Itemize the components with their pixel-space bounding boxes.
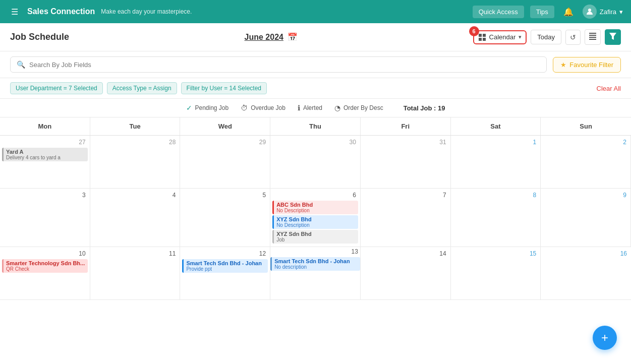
- date-label: 2: [543, 138, 628, 147]
- cal-cell-9[interactable]: 9: [541, 189, 631, 247]
- date-label: 10: [2, 249, 88, 258]
- alerted-legend[interactable]: ℹ Alerted: [298, 104, 322, 112]
- event-abc-sdn-bhd[interactable]: ABC Sdn Bhd No Description: [272, 201, 358, 214]
- overdue-label: Overdue Job: [251, 104, 285, 111]
- pending-job-legend[interactable]: ✓ Pending Job: [186, 104, 229, 112]
- cal-cell-13[interactable]: 13 Smart Tech Sdn Bhd - Johan No descrip…: [270, 247, 361, 300]
- date-label: 8: [453, 191, 539, 200]
- calendar-picker-icon[interactable]: 📅: [288, 32, 298, 42]
- date-label: 31: [363, 138, 448, 147]
- month-label[interactable]: June 2024: [245, 33, 283, 42]
- notification-bell-icon[interactable]: 🔔: [560, 5, 577, 19]
- cal-cell-5[interactable]: 5: [180, 189, 270, 247]
- date-label: 3: [2, 191, 88, 200]
- calendar: Mon Tue Wed Thu Fri Sat Sun 27 Yard A De…: [0, 117, 631, 364]
- event-xyz-sdn-bhd-1[interactable]: XYZ Sdn Bhd No Description: [272, 215, 358, 229]
- header-fri: Fri: [361, 117, 451, 135]
- main-content: Job Schedule June 2024 📅 6 Calendar ▾ To…: [0, 23, 631, 364]
- event-yard-a[interactable]: Yard A Delivery 4 cars to yard a: [2, 148, 88, 161]
- svg-rect-2: [483, 34, 486, 37]
- username: Zafira: [600, 8, 616, 16]
- cal-cell-7[interactable]: 7: [361, 189, 451, 247]
- date-label: 14: [363, 249, 448, 258]
- legend-bar: ✓ Pending Job ⏱ Overdue Job ℹ Alerted ◔ …: [0, 99, 631, 117]
- calendar-view-button[interactable]: 6 Calendar ▾: [473, 30, 527, 44]
- svg-rect-4: [483, 38, 486, 41]
- alerted-label: Alerted: [303, 104, 322, 111]
- search-input[interactable]: [29, 61, 540, 69]
- event-smart-tech-1[interactable]: Smart Tech Sdn Bhd - Johan Provide ppt: [182, 259, 268, 273]
- filter-view-button[interactable]: [605, 29, 621, 45]
- user-menu[interactable]: Zafira ▾: [583, 5, 623, 19]
- svg-rect-5: [589, 33, 596, 34]
- filter-tag-department[interactable]: User Department = 7 Selected: [10, 82, 103, 94]
- date-label: 6: [272, 191, 358, 200]
- cal-cell-3[interactable]: 3: [0, 189, 90, 247]
- filter-tag-user[interactable]: Filter by User = 14 Selected: [181, 82, 267, 94]
- calendar-chevron-icon: ▾: [519, 34, 522, 40]
- add-job-fab[interactable]: +: [593, 326, 617, 350]
- search-bar: 🔍 ★ Favourite Filter: [0, 51, 631, 78]
- today-button[interactable]: Today: [531, 30, 561, 44]
- overdue-job-legend[interactable]: ⏱ Overdue Job: [241, 104, 285, 112]
- event-xyz-sdn-bhd-2[interactable]: XYZ Sdn Bhd Job: [272, 230, 358, 244]
- header-sat: Sat: [451, 117, 541, 135]
- quick-access-button[interactable]: Quick Access: [473, 6, 524, 18]
- favourite-filter-button[interactable]: ★ Favourite Filter: [553, 57, 621, 73]
- svg-rect-3: [479, 38, 482, 41]
- fab-icon: +: [601, 331, 608, 345]
- refresh-button[interactable]: ↺: [565, 30, 581, 45]
- date-label: 12: [182, 249, 268, 258]
- cal-cell-2[interactable]: 2: [541, 136, 631, 189]
- date-label: 16: [543, 249, 629, 258]
- svg-marker-9: [609, 33, 616, 40]
- orderby-legend[interactable]: ◔ Order By Desc: [334, 104, 383, 112]
- svg-point-0: [588, 9, 591, 12]
- cal-cell-29[interactable]: 29: [180, 136, 270, 189]
- header-thu: Thu: [270, 117, 361, 135]
- cal-cell-30[interactable]: 30: [270, 136, 361, 189]
- tagline: Make each day your masterpiece.: [101, 8, 192, 15]
- calendar-view-label: Calendar: [489, 33, 516, 41]
- search-input-wrap[interactable]: 🔍: [10, 56, 547, 73]
- cal-cell-10[interactable]: 10 Smarter Technology Sdn Bh... QR Check: [0, 247, 90, 300]
- svg-rect-7: [589, 37, 596, 38]
- date-label: 27: [2, 138, 88, 147]
- cal-cell-14[interactable]: 14: [361, 247, 451, 300]
- calendar-day-headers: Mon Tue Wed Thu Fri Sat Sun: [0, 117, 631, 136]
- favourite-label: Favourite Filter: [569, 61, 613, 69]
- date-label: 13: [270, 247, 360, 256]
- date-label: 9: [543, 191, 628, 200]
- cal-cell-15[interactable]: 15: [451, 247, 541, 300]
- date-label: 29: [182, 138, 268, 147]
- clear-all-button[interactable]: Clear All: [597, 85, 621, 92]
- cal-cell-28[interactable]: 28: [90, 136, 181, 189]
- pending-label: Pending Job: [195, 104, 229, 111]
- date-label: 15: [453, 249, 539, 258]
- cal-cell-11[interactable]: 11: [90, 247, 181, 300]
- event-smarter-tech[interactable]: Smarter Technology Sdn Bh... QR Check: [2, 259, 88, 273]
- tips-button[interactable]: Tips: [530, 6, 554, 18]
- cal-cell-6[interactable]: 6 ABC Sdn Bhd No Description XYZ Sdn Bhd…: [270, 189, 361, 247]
- overdue-icon: ⏱: [241, 104, 248, 112]
- menu-icon[interactable]: ☰: [8, 5, 21, 19]
- cal-cell-31[interactable]: 31: [361, 136, 451, 189]
- date-label: 1: [453, 138, 539, 147]
- topnav: ☰ Sales Connection Make each day your ma…: [0, 0, 631, 23]
- filter-tag-access-type[interactable]: Access Type = Assign: [107, 82, 177, 94]
- grid-icon: [478, 33, 486, 41]
- cal-cell-1[interactable]: 1: [451, 136, 541, 189]
- header-wed: Wed: [180, 117, 270, 135]
- cal-cell-8[interactable]: 8: [451, 189, 541, 247]
- date-label: 5: [182, 191, 268, 200]
- cal-cell-16[interactable]: 16: [541, 247, 631, 300]
- date-label: 28: [92, 138, 178, 147]
- date-label: 11: [92, 249, 178, 258]
- user-chevron-icon: ▾: [619, 8, 623, 16]
- cal-cell-12[interactable]: 12 Smart Tech Sdn Bhd - Johan Provide pp…: [180, 247, 270, 300]
- day-view-button[interactable]: [585, 29, 601, 45]
- event-smart-tech-2[interactable]: Smart Tech Sdn Bhd - Johan No descriptio…: [270, 257, 360, 271]
- cal-cell-27[interactable]: 27 Yard A Delivery 4 cars to yard a: [0, 136, 90, 189]
- cal-cell-4[interactable]: 4: [90, 189, 181, 247]
- page-title: Job Schedule: [10, 32, 69, 42]
